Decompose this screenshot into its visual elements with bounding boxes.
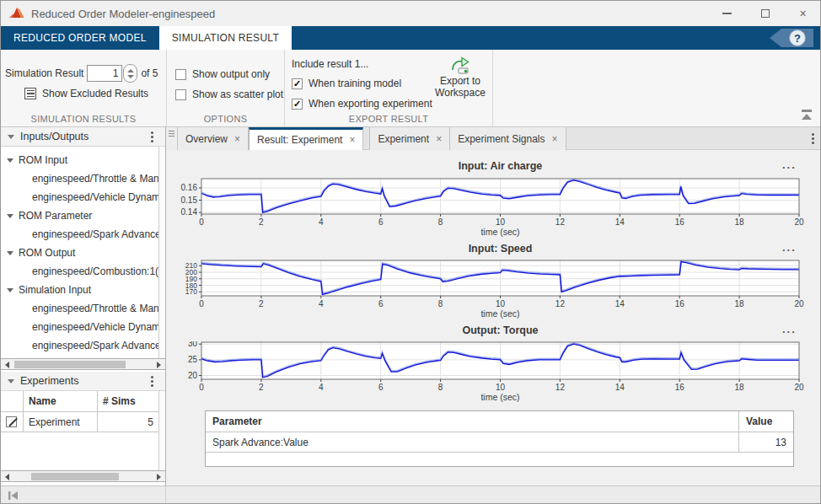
inputs-outputs-title: Inputs/Outputs	[20, 131, 89, 142]
tab-close-icon[interactable]: ×	[436, 133, 442, 145]
tree-group-label: Simulation Input	[19, 284, 91, 296]
document-tab-bar: Overview×Result: Experiment×Experiment×E…	[166, 127, 821, 150]
close-icon[interactable]: ×	[784, 1, 821, 26]
experiments-table: Name# SimsExperiment5	[1, 391, 159, 470]
param-name-cell[interactable]: Spark Advance:Value	[206, 432, 739, 452]
kebab-menu-icon[interactable]	[151, 376, 153, 378]
plot-speed[interactable]: 02468101214161820170180190200210time (se…	[177, 260, 811, 319]
plot-menu-speed[interactable]: ...	[782, 244, 797, 251]
tree-item-enginespeed-combustion-1-t[interactable]: enginespeed/Combustion:1(T	[1, 262, 159, 281]
plot-air-charge[interactable]: 024681012141618200.140.150.16time (sec)	[177, 178, 811, 237]
checkbox-icon[interactable]	[175, 69, 186, 80]
plot-title-air-charge: Input: Air charge	[201, 160, 799, 172]
maximize-icon[interactable]	[746, 1, 784, 26]
tree-item-enginespeed-spark-advance[interactable]: enginespeed/Spark Advance:	[1, 336, 159, 355]
when-training-model-checkbox[interactable]: ✓ When training model	[292, 78, 401, 89]
show-excluded-results-button[interactable]: Show Excluded Results	[24, 88, 148, 99]
checkbox-icon[interactable]: ✓	[292, 99, 303, 110]
scroll-right-icon[interactable]	[157, 362, 161, 368]
scroll-right-icon[interactable]	[157, 474, 161, 480]
inputs-outputs-panel-header[interactable]: Inputs/Outputs	[1, 127, 165, 147]
tree-item-enginespeed-spark-advance[interactable]: enginespeed/Spark Advance:	[1, 225, 159, 244]
stepper-up-icon[interactable]	[127, 69, 134, 72]
param-value-cell[interactable]: 13	[739, 432, 793, 452]
expander-icon[interactable]	[7, 158, 13, 163]
checkbox-icon[interactable]: ✓	[292, 78, 303, 89]
doc-tab-overview[interactable]: Overview×	[178, 127, 249, 150]
collapse-ribbon-icon[interactable]	[799, 110, 814, 121]
pencil-icon[interactable]	[6, 416, 17, 427]
plot-menu-air-charge[interactable]: ...	[782, 162, 797, 169]
minimize-icon[interactable]	[708, 1, 746, 26]
tab-close-icon[interactable]: ×	[349, 134, 355, 146]
checkbox-icon[interactable]	[175, 89, 186, 100]
tree-group-simulation-input[interactable]: Simulation Input	[1, 281, 159, 299]
scrollbar-thumb[interactable]	[14, 361, 126, 368]
tab-bar-kebab-icon[interactable]	[812, 133, 814, 136]
scrollbar-thumb[interactable]	[31, 473, 119, 480]
kebab-menu-icon[interactable]	[151, 131, 153, 134]
svg-text:10: 10	[496, 299, 506, 308]
experiment-name-cell[interactable]: Experiment	[24, 412, 98, 432]
stepper-down-icon[interactable]	[127, 75, 134, 78]
experiments-horizontal-scrollbar[interactable]	[1, 470, 165, 482]
show-as-scatter-plot-checkbox[interactable]: Show as scatter plot	[175, 88, 283, 100]
plot-torque[interactable]: 02468101214161820202530time (sec)	[177, 341, 811, 402]
app-window: Reduced Order Modeler-enginespeed × REDU…	[0, 0, 821, 504]
experiments-panel-header[interactable]: Experiments	[1, 372, 165, 391]
svg-text:2: 2	[259, 383, 264, 392]
tree-item-label: enginespeed/Throttle & Manif	[32, 303, 159, 314]
svg-text:2: 2	[259, 217, 264, 227]
tree-horizontal-scrollbar[interactable]	[1, 358, 165, 370]
doc-tab-experiment[interactable]: Experiment×	[369, 127, 450, 150]
ribbon-tab-reduced-order-model[interactable]: REDUCED ORDER MODEL	[1, 26, 159, 50]
svg-text:0: 0	[199, 217, 204, 227]
doc-tab-result-experiment[interactable]: Result: Experiment×	[249, 127, 363, 150]
svg-text:210: 210	[185, 261, 197, 270]
section-options: Show output only Show as scatter plot OP…	[167, 50, 285, 126]
document-actions-icon[interactable]	[166, 127, 178, 150]
document-area: Overview×Result: Experiment×Experiment×E…	[166, 127, 821, 485]
svg-text:10: 10	[496, 217, 506, 227]
expander-icon[interactable]	[7, 214, 13, 218]
when-exporting-experiment-label: When exporting experiment	[309, 98, 432, 110]
collapse-panel-icon[interactable]	[8, 135, 14, 139]
experiments-row[interactable]: Experiment5	[1, 412, 159, 432]
ribbon-tab-simulation-result[interactable]: SIMULATION RESULT	[159, 26, 292, 50]
tab-close-icon[interactable]: ×	[552, 133, 558, 145]
simulation-result-stepper[interactable]	[123, 64, 137, 83]
tree-item-enginespeed-throttle-manif[interactable]: enginespeed/Throttle & Manif	[1, 169, 159, 188]
when-exporting-experiment-checkbox[interactable]: ✓ When exporting experiment	[292, 98, 432, 110]
show-output-only-checkbox[interactable]: Show output only	[175, 68, 270, 80]
simulation-result-input[interactable]: 1	[87, 65, 122, 82]
parameter-row[interactable]: Spark Advance:Value13	[206, 432, 793, 453]
doc-tab-label: Result: Experiment	[257, 134, 342, 146]
tree-item-enginespeed-vehicle-dynami[interactable]: enginespeed/Vehicle Dynami	[1, 318, 159, 336]
expander-icon[interactable]	[7, 251, 13, 255]
experiment-edit-cell[interactable]	[1, 412, 24, 432]
section-simulation-results: Simulation Result 1 of 5 Show Excluded R…	[1, 50, 167, 126]
scroll-left-icon[interactable]	[5, 474, 9, 480]
experiments-vertical-scrollbar[interactable]	[158, 391, 165, 470]
tree-group-rom-parameter[interactable]: ROM Parameter	[1, 206, 159, 225]
export-to-workspace-label: Export to Workspace	[430, 75, 491, 99]
help-button[interactable]: ?	[770, 29, 813, 47]
experiment-sims-cell[interactable]: 5	[98, 412, 159, 432]
scroll-left-icon[interactable]	[5, 362, 9, 368]
tree-item-enginespeed-throttle-manif[interactable]: enginespeed/Throttle & Manif	[1, 299, 159, 318]
experiments-header-edit	[1, 391, 24, 411]
expander-icon[interactable]	[7, 288, 13, 292]
svg-text:0.16: 0.16	[181, 183, 198, 192]
tab-close-icon[interactable]: ×	[234, 133, 240, 145]
doc-tab-label: Overview	[185, 133, 228, 145]
collapse-panel-icon[interactable]	[8, 379, 14, 383]
doc-tab-experiment-signals[interactable]: Experiment Signals×	[450, 127, 566, 150]
svg-text:6: 6	[378, 217, 384, 227]
collapse-panel-left-icon[interactable]	[8, 490, 19, 501]
tree-group-rom-input[interactable]: ROM Input	[1, 151, 159, 169]
plot-menu-torque[interactable]: ...	[782, 326, 797, 333]
tree-vertical-scrollbar[interactable]	[158, 147, 165, 358]
tree-group-rom-output[interactable]: ROM Output	[1, 244, 159, 262]
tree-item-enginespeed-vehicle-dynami[interactable]: enginespeed/Vehicle Dynami	[1, 188, 159, 206]
export-to-workspace-button[interactable]: Export to Workspace	[430, 56, 491, 99]
